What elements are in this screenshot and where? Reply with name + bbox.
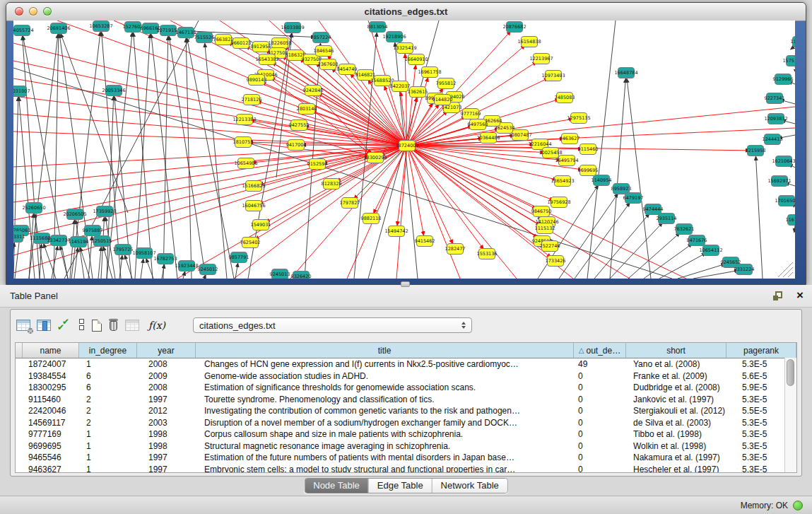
graph-edge [407,146,517,279]
table-row[interactable]: 2242004622012Investigating the contribut… [16,405,796,417]
graph-node-label: 14055724 [13,28,34,33]
graph-node-label: 2522746 [540,243,560,249]
table-toolbar: ✔✔ ƒ(x) citations_edges.txt [11,310,801,341]
close-panel-icon[interactable]: × [796,287,804,304]
graph-node-label: 8422037 [390,83,411,89]
graph-node-label: 7632621 [674,226,695,232]
graph-node-label: 2935114 [657,216,677,221]
cell-name: 14569117 [23,418,79,428]
unselect-rows-icon[interactable] [79,319,86,332]
table-row[interactable]: 946362711997Embryonic stem cells: a mode… [16,464,796,474]
graph-edge [407,146,537,223]
tab-network-table[interactable]: Network Table [433,479,507,493]
cell-title: Tourette syndrome. Phenomenology and cla… [196,395,574,404]
cell-year: 1998 [137,441,196,451]
graph-node-label: 7515526 [194,35,215,40]
cell-name: 18724007 [23,359,79,369]
cell-title: Investigating the contribution of common… [196,406,574,416]
graph-edge [792,165,795,168]
column-header-short[interactable]: short [626,343,726,358]
tab-edge-table[interactable]: Edge Table [369,479,433,493]
cell-in_degree: 2 [79,406,137,416]
cell-name: 19384554 [23,371,79,381]
cell-in_degree: 2 [79,418,137,428]
cell-year: 2008 [137,382,196,392]
resize-grip-icon[interactable] [783,267,793,277]
minimize-button[interactable] [29,7,37,16]
status-bar: Memory: OK [0,496,812,514]
cell-year: 1997 [137,452,196,462]
scrollbar-thumb[interactable] [787,359,794,386]
function-builder-icon[interactable]: ƒ(x) [146,320,165,331]
table-row[interactable]: 977716911998Corpus callosum shape and si… [16,428,796,440]
graph-node-label: 10025458 [539,150,562,156]
cell-in_degree: 6 [79,371,137,381]
cell-title: Disruption of a novel member of a sodium… [196,418,574,428]
column-header-title[interactable]: title [196,343,574,358]
cell-in_degree: 1 [79,441,137,451]
graph-node-label: 9144820 [433,97,453,103]
table-settings-icon[interactable] [16,320,30,331]
table-row[interactable]: 946554611997Estimation of the future num… [16,452,796,464]
vertical-scrollbar[interactable] [784,358,796,472]
column-header-year[interactable]: year [137,343,196,358]
resize-grip-icon[interactable] [788,272,793,277]
table-row[interactable]: 911546021997Tourette syndrome. Phenomeno… [16,394,796,406]
new-table-icon[interactable] [92,320,102,332]
select-all-icon[interactable]: ✔✔ [57,319,73,332]
show-columns-icon[interactable] [37,320,51,331]
graph-node-label: 12213383 [233,117,256,122]
graph-node-label: 20053346 [102,88,125,93]
close-button[interactable] [15,7,23,16]
float-panel-icon[interactable] [775,291,782,298]
graph-node-label: 9474444 [643,206,664,212]
graph-node-label: 8958923 [611,186,632,192]
cell-short: Yano et al. (2008) [626,359,726,369]
graph-node-label: 16033809 [281,25,304,30]
cell-out: 0 [574,371,626,381]
table-panel-header: Table Panel × [0,285,812,308]
column-header-in_degree[interactable]: in_degree [79,343,137,358]
graph-edge [147,262,153,279]
tab-node-table[interactable]: Node Table [305,479,369,493]
column-header-out[interactable]: △out_de… [574,343,626,358]
graph-node-label: 15688520 [370,78,394,83]
column-header-name[interactable]: name [23,343,79,358]
column-header-pagerank[interactable]: pagerank [726,343,796,358]
graph-node-label: 9242848 [303,88,324,93]
table-row[interactable]: 1872400712008Changes of HCN gene express… [16,358,796,370]
graph-edge [610,82,625,279]
split-handle[interactable] [401,281,410,287]
graph-node-label: 20364486 [476,135,500,141]
graph-edge [678,265,722,279]
column-header-gutter[interactable] [16,343,23,358]
graph-edge [659,255,703,279]
table-row[interactable]: 1938455462009Genome-wide association stu… [16,370,796,382]
graph-node-label: 6497568 [468,122,488,127]
graph-node-label: 19218906 [382,34,406,40]
table-row[interactable]: 1456911722003Disruption of a novel membe… [16,417,796,429]
cell-out: 0 [574,452,626,462]
zoom-button[interactable] [43,7,52,16]
graph-node-label: 7955812 [436,81,457,86]
graph-node-label: 15494742 [384,228,408,234]
graph-edge [407,146,551,199]
graph-node-label: 15692971 [767,178,791,184]
table-row[interactable]: 969969511998Structural magnetic resonanc… [16,440,796,452]
delete-table-icon[interactable] [108,319,119,332]
cell-in_degree: 1 [79,359,137,369]
graph-node-label: 1117442 [791,39,795,45]
graph-node-label: 16640910 [404,57,428,62]
graph-edge [13,146,407,185]
graph-edge [13,78,407,146]
graph-edge [644,246,689,279]
graph-node-label: 9245013 [270,271,290,277]
table-selector-dropdown[interactable]: citations_edges.txt [193,317,472,333]
cell-year: 1998 [137,429,196,439]
graph-node-label: 13654923 [551,178,574,184]
window-titlebar[interactable]: citations_edges.txt [6,3,806,21]
network-canvas[interactable]: 1872400718300295140557242069140610653287… [13,21,795,279]
graph-node-label: 17016504 [775,198,795,204]
table-row[interactable]: 1830029562008Estimation of significance … [16,382,796,394]
graph-edge [13,146,407,238]
